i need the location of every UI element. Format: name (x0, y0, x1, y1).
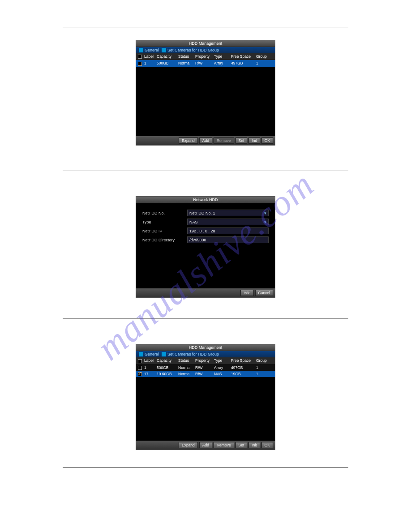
table-body: 1 500GB Normal R/W Array 497GB 1 (136, 60, 275, 136)
type-value: NAS (189, 220, 198, 224)
divider (63, 318, 348, 319)
col-property: Property (194, 53, 213, 60)
table-header-row: Label Capacity Status Property Type Free… (136, 357, 275, 364)
set-button[interactable]: Set (235, 442, 248, 448)
tabs-bar: General Set Cameras for HDD Group (136, 351, 275, 357)
hdd-management-window-1: HDD Management General Set Cameras for H… (136, 40, 275, 146)
button-bar: Add Cancel (136, 288, 275, 297)
type-select[interactable]: NAS ▾ (187, 219, 269, 225)
chevron-down-icon: ▾ (264, 211, 266, 215)
window-title: Network HDD (136, 197, 275, 203)
cell-label: 1 (143, 365, 156, 371)
row-checkbox[interactable] (138, 366, 142, 370)
ip-label: NetHDD IP (142, 229, 187, 233)
cell-label: 17 (143, 371, 156, 377)
nethdd-no-select[interactable]: NetHDD No. 1 ▾ (187, 210, 269, 216)
cell-capacity: 500GB (156, 365, 177, 371)
tab-general[interactable]: General (138, 48, 160, 52)
tabs-bar: General Set Cameras for HDD Group (136, 47, 275, 53)
cell-freespace: 19GB (230, 371, 255, 377)
cell-group: 1 (255, 371, 270, 377)
row-checkbox[interactable] (138, 62, 142, 66)
cell-freespace: 497GB (230, 60, 255, 66)
tab-setcams-label: Set Cameras for HDD Group (167, 48, 219, 52)
col-label: Label (143, 53, 156, 60)
add-button[interactable]: Add (199, 442, 212, 448)
ok-button[interactable]: OK (261, 442, 273, 448)
tab-set-cameras[interactable]: Set Cameras for HDD Group (161, 352, 220, 356)
cell-type: Array (213, 60, 230, 66)
cell-type: Array (213, 365, 230, 371)
col-property: Property (194, 357, 213, 364)
tab-general[interactable]: General (138, 352, 160, 356)
tab-general-label: General (145, 352, 159, 356)
col-group: Group (255, 357, 270, 364)
table-body: 1 500GB Normal R/W Array 497GB 1 17 19.6… (136, 365, 275, 441)
nethdd-no-label: NetHDD No. (142, 211, 187, 215)
col-freespace: Free Space (230, 53, 255, 60)
remove-button[interactable]: Remove (214, 137, 234, 144)
col-freespace: Free Space (230, 357, 255, 364)
form-row-type: Type NAS ▾ (142, 219, 269, 225)
form-row-no: NetHDD No. NetHDD No. 1 ▾ (142, 210, 269, 216)
form-row-dir: NetHDD Directory /dvr/9000 (142, 236, 269, 243)
table-row[interactable]: 17 19.60GB Normal R/W NAS 19GB 1 (136, 371, 275, 377)
expand-button[interactable]: Expand (179, 137, 198, 144)
select-all-checkbox[interactable] (138, 359, 142, 363)
tab-general-icon (139, 48, 143, 52)
table-header-row: Label Capacity Status Property Type Free… (136, 53, 275, 60)
tab-setcams-icon (162, 48, 166, 52)
init-button[interactable]: Init (248, 137, 260, 144)
table-row[interactable]: 1 500GB Normal R/W Array 497GB 1 (136, 60, 275, 66)
tab-setcams-icon (162, 352, 166, 356)
window-title: HDD Management (136, 40, 275, 47)
col-capacity: Capacity (156, 53, 177, 60)
tab-setcams-label: Set Cameras for HDD Group (167, 352, 219, 356)
col-type: Type (213, 53, 230, 60)
nethdd-no-value: NetHDD No. 1 (189, 211, 215, 215)
form-row-ip: NetHDD IP 192 . 0 . 0 . 28 (142, 227, 269, 234)
form-body: NetHDD No. NetHDD No. 1 ▾ Type NAS ▾ Net… (136, 203, 275, 288)
ok-button[interactable]: OK (261, 137, 273, 144)
col-status: Status (177, 53, 194, 60)
cell-label: 1 (143, 60, 156, 66)
cell-property: R/W (194, 60, 213, 66)
divider (63, 467, 348, 468)
add-button[interactable]: Add (199, 137, 212, 144)
remove-button[interactable]: Remove (214, 442, 234, 448)
cell-group: 1 (255, 60, 270, 66)
hdd-management-window-2: HDD Management General Set Cameras for H… (136, 344, 275, 450)
set-button[interactable]: Set (235, 137, 248, 144)
cancel-button[interactable]: Cancel (255, 290, 273, 296)
dir-label: NetHDD Directory (142, 238, 187, 242)
col-group: Group (255, 53, 270, 60)
col-capacity: Capacity (156, 357, 177, 364)
dir-input[interactable]: /dvr/9000 (187, 236, 269, 243)
select-all-checkbox[interactable] (138, 55, 142, 59)
tab-set-cameras[interactable]: Set Cameras for HDD Group (161, 48, 220, 52)
cell-status: Normal (177, 371, 194, 377)
cell-group: 1 (255, 365, 270, 371)
expand-button[interactable]: Expand (179, 442, 198, 448)
tab-general-label: General (145, 48, 159, 52)
ip-input[interactable]: 192 . 0 . 0 . 28 (187, 227, 269, 234)
button-bar: Expand Add Remove Set Init OK (136, 136, 275, 145)
cell-status: Normal (177, 60, 194, 66)
ip-value: 192 . 0 . 0 . 28 (189, 229, 215, 233)
init-button[interactable]: Init (248, 442, 260, 448)
cell-property: R/W (194, 365, 213, 371)
chevron-down-icon: ▾ (264, 220, 266, 224)
window-title: HDD Management (136, 344, 275, 351)
col-status: Status (177, 357, 194, 364)
row-checkbox[interactable] (138, 372, 142, 376)
button-bar: Expand Add Remove Set Init OK (136, 441, 275, 450)
divider (63, 171, 348, 171)
add-button[interactable]: Add (240, 290, 253, 296)
table-row[interactable]: 1 500GB Normal R/W Array 497GB 1 (136, 365, 275, 371)
cell-capacity: 500GB (156, 60, 177, 66)
col-type: Type (213, 357, 230, 364)
network-hdd-window: Network HDD NetHDD No. NetHDD No. 1 ▾ Ty… (136, 196, 275, 298)
cell-property: R/W (194, 371, 213, 377)
type-label: Type (142, 220, 187, 224)
dir-value: /dvr/9000 (189, 238, 206, 242)
